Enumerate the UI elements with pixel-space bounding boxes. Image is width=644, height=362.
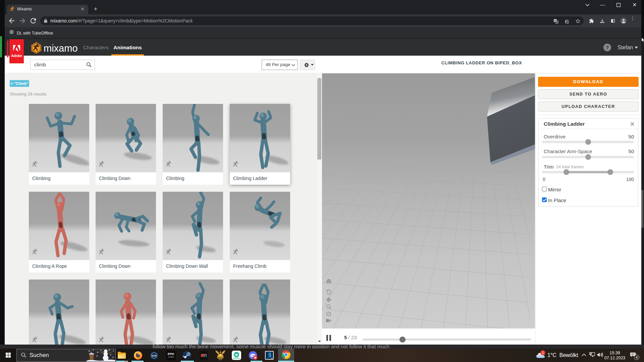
svg-text:EPIC: EPIC: [168, 352, 174, 356]
svg-text:SOVOL: SOVOL: [233, 357, 240, 359]
svg-text:3DS: 3DS: [271, 357, 274, 359]
svg-text:GAMES: GAMES: [168, 356, 174, 358]
svg-text:EW: EW: [152, 354, 156, 357]
